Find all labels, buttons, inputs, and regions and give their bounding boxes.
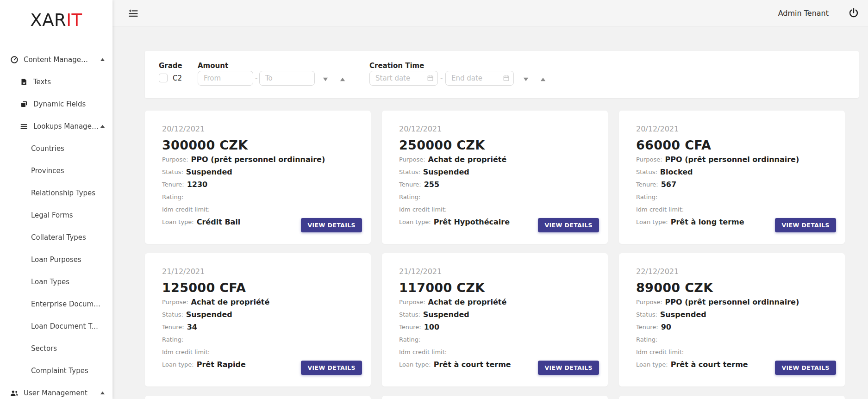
end-date-input[interactable] xyxy=(445,71,514,86)
loan-type-label: Loan type: xyxy=(399,361,431,368)
sidebar-item-enterprise-document[interactable]: Enterprise Document... xyxy=(0,293,112,315)
status-value: Suspended xyxy=(423,310,469,319)
status-row: Status: Suspended xyxy=(399,166,591,178)
start-date-input[interactable] xyxy=(369,71,438,86)
tenure-label: Tenure: xyxy=(399,324,421,330)
purpose-value: PPO (prêt personnel ordinnaire) xyxy=(191,155,325,164)
sidebar-item-countries[interactable]: Countries xyxy=(0,137,112,160)
amount-to-input[interactable] xyxy=(259,71,315,86)
rating-row: Rating: xyxy=(162,333,354,346)
team-icon xyxy=(10,389,19,398)
view-details-button[interactable]: VIEW DETAILS xyxy=(301,218,362,232)
status-label: Status: xyxy=(399,168,420,175)
loan-type-value: Prêt à court terme xyxy=(671,360,748,369)
status-label: Status: xyxy=(636,168,657,175)
sidebar: XARIT Content ManagementwTextsDynamic Fi… xyxy=(0,0,112,399)
view-details-button[interactable]: VIEW DETAILS xyxy=(775,361,836,375)
idm-credit-limit-label: Idm credit limit: xyxy=(399,349,447,355)
amount-label: Amount xyxy=(198,62,228,70)
sidebar-item-complaint-types[interactable]: Complaint Types xyxy=(0,360,112,382)
sidebar-item-content-management[interactable]: Content Management xyxy=(0,49,112,71)
sidebar-item-loan-document-types[interactable]: Loan Document Types xyxy=(0,315,112,337)
sidebar-item-user-management[interactable]: User Management xyxy=(0,382,112,399)
sidebar-item-relationship-types[interactable]: Relationship Types xyxy=(0,182,112,204)
caret-up-icon[interactable] xyxy=(100,58,105,62)
amount-from-input[interactable] xyxy=(198,71,253,86)
tenure-row: Tenure: 100 xyxy=(399,321,591,333)
loan-type-label: Loan type: xyxy=(636,218,668,225)
purpose-label: Purpose: xyxy=(399,299,425,305)
topbar-right: Admin Tenant xyxy=(778,7,868,19)
sidebar-item-label: Lookups Managem... xyxy=(33,122,100,131)
tenure-row: Tenure: 567 xyxy=(636,178,828,191)
sidebar-item-dynamic-fields[interactable]: Dynamic Fields xyxy=(0,93,112,115)
idm-credit-limit-label: Idm credit limit: xyxy=(636,206,684,213)
loan-type-value: Crédit Bail xyxy=(197,218,241,226)
rating-label: Rating: xyxy=(162,336,183,343)
sidebar-item-label: Content Management xyxy=(24,56,94,64)
loan-cards-grid: 20/12/2021 300000 CZK Purpose: PPO (prêt… xyxy=(145,111,868,399)
tenure-label: Tenure: xyxy=(636,181,658,188)
view-details-button[interactable]: VIEW DETAILS xyxy=(301,361,362,375)
view-details-button[interactable]: VIEW DETAILS xyxy=(775,218,836,232)
sidebar-item-provinces[interactable]: Provinces xyxy=(0,160,112,182)
caret-up-icon[interactable] xyxy=(100,391,105,395)
loan-card: 21/12/2021 125000 CFA Purpose: Achat de … xyxy=(145,253,371,387)
sidebar-item-loan-purposes[interactable]: Loan Purposes xyxy=(0,249,112,271)
sidebar-item-label: Provinces xyxy=(31,167,64,175)
view-details-button[interactable]: VIEW DETAILS xyxy=(538,218,599,232)
svg-text:w: w xyxy=(23,81,25,85)
amount-range-separator: - xyxy=(255,74,257,82)
card-date: 21/12/2021 xyxy=(399,267,591,276)
filter-panel: Grade Amount Creation Time C2 - - xyxy=(145,51,859,98)
sidebar-item-legal-forms[interactable]: Legal Forms xyxy=(0,204,112,226)
caret-up-icon[interactable] xyxy=(100,125,105,128)
status-value: Suspended xyxy=(660,310,706,319)
amount-triangle-down-icon[interactable] xyxy=(323,77,328,81)
purpose-row: Purpose: Achat de propriété xyxy=(399,153,591,166)
tenure-label: Tenure: xyxy=(399,181,421,188)
purpose-label: Purpose: xyxy=(399,156,425,163)
loan-card: 20/12/2021 66000 CFA Purpose: PPO (prêt … xyxy=(619,111,845,244)
sidebar-item-loan-types[interactable]: Loan Types xyxy=(0,271,112,293)
sidebar-item-lookups-managem[interactable]: Lookups Managem... xyxy=(0,115,112,137)
tenure-row: Tenure: 90 xyxy=(636,321,828,333)
card-date: 20/12/2021 xyxy=(399,125,591,134)
collapse-sidebar-button[interactable] xyxy=(128,8,139,18)
sidebar-item-label: Complaint Types xyxy=(31,367,88,375)
loan-type-value: Prêt à long terme xyxy=(671,218,744,226)
view-details-button[interactable]: VIEW DETAILS xyxy=(538,361,599,375)
rating-row: Rating: xyxy=(636,191,828,203)
card-date: 21/12/2021 xyxy=(162,267,354,276)
grade-option-c2: C2 xyxy=(159,74,182,82)
amount-triangle-up-icon[interactable] xyxy=(340,77,345,81)
loan-card: 22/12/2021 89000 CZK Purpose: PPO (prêt … xyxy=(619,253,845,387)
sidebar-item-sectors[interactable]: Sectors xyxy=(0,337,112,360)
logout-button[interactable] xyxy=(848,7,859,19)
creation-triangle-up-icon[interactable] xyxy=(540,77,546,81)
tenure-value: 1230 xyxy=(187,180,208,189)
creation-triangle-down-icon[interactable] xyxy=(523,77,529,81)
card-amount: 125000 CFA xyxy=(162,280,354,296)
idm-credit-limit-label: Idm credit limit: xyxy=(399,206,447,213)
card-date: 22/12/2021 xyxy=(636,267,828,276)
loan-type-label: Loan type: xyxy=(399,218,431,225)
tenure-value: 567 xyxy=(661,180,676,189)
status-row: Status: Suspended xyxy=(636,308,828,321)
idm-credit-limit-label: Idm credit limit: xyxy=(162,206,210,213)
purpose-row: Purpose: Achat de propriété xyxy=(162,296,354,308)
sidebar-item-label: Dynamic Fields xyxy=(33,100,86,108)
logo-text-red: IT xyxy=(66,10,82,30)
tenure-value: 100 xyxy=(424,323,439,331)
status-label: Status: xyxy=(636,311,657,318)
purpose-value: PPO (prêt personnel ordinnaire) xyxy=(665,155,799,164)
tenure-value: 90 xyxy=(661,323,671,331)
card-partial xyxy=(382,396,608,399)
status-label: Status: xyxy=(162,168,183,175)
purpose-label: Purpose: xyxy=(636,299,662,305)
purpose-row: Purpose: PPO (prêt personnel ordinnaire) xyxy=(162,153,354,166)
card-details: Purpose: PPO (prêt personnel ordinnaire)… xyxy=(636,296,828,371)
sidebar-item-texts[interactable]: wTexts xyxy=(0,71,112,93)
grade-checkbox-c2[interactable] xyxy=(159,74,168,82)
sidebar-item-collateral-types[interactable]: Collateral Types xyxy=(0,226,112,249)
